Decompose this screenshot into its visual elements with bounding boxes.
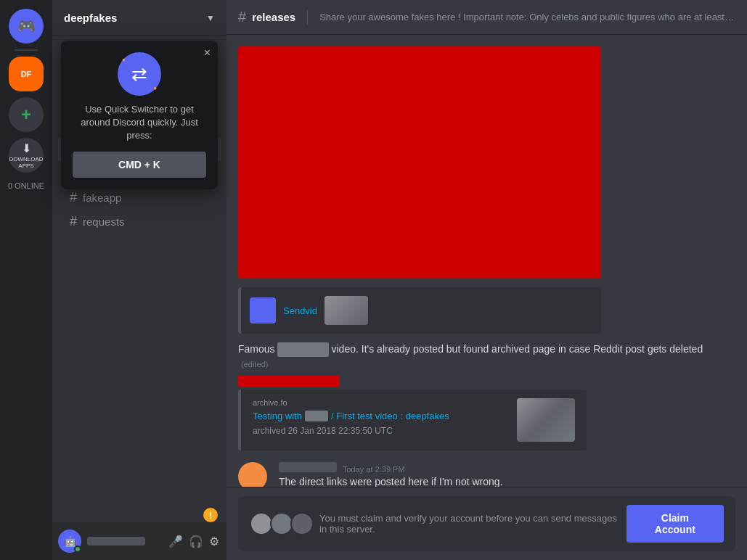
bottom-bar: You must claim and verify your account b…: [226, 487, 747, 560]
server-divider: [15, 49, 38, 51]
server-header[interactable]: deepfakes ▼: [52, 0, 226, 36]
channel-topic: Share your awesome fakes here ! Importan…: [319, 12, 735, 22]
sendvid-site-name: Sendvid: [283, 305, 317, 316]
channel-header: # releases Share your awesome fakes here…: [226, 0, 747, 35]
message-author: [279, 462, 337, 472]
hash-icon: #: [70, 214, 77, 229]
message-group-2: Today at 2:39 PM The direct links were p…: [238, 462, 735, 487]
server-icon-home[interactable]: 🎮: [9, 9, 44, 44]
claim-account-button[interactable]: Claim Account: [626, 505, 724, 543]
channel-name: requests: [83, 215, 125, 228]
chevron-down-icon: ▼: [206, 13, 215, 23]
sendvid-logo: [250, 297, 276, 324]
channel-sidebar: deepfakes ▼ × ⇄ ● ● Use Quick Switcher t…: [52, 0, 226, 560]
sendvid-thumbnail: [324, 296, 368, 325]
header-divider: [307, 10, 308, 25]
mute-icon[interactable]: 🎤: [167, 533, 184, 550]
server-name: deepfakes: [64, 12, 117, 24]
user-controls: 🎤 🎧 ⚙: [167, 533, 221, 550]
bottom-avatars: [250, 512, 314, 535]
message-time: Today at 2:39 PM: [343, 465, 405, 474]
channel-header-hash: #: [238, 9, 246, 25]
edited-label: (edited): [241, 360, 268, 368]
deafen-icon[interactable]: 🎧: [187, 533, 205, 550]
status-dot: [74, 545, 81, 553]
image-embed: [238, 46, 601, 279]
embed-title: Testing with / First test video : deepfa…: [253, 410, 449, 423]
quick-switcher-icon-area: ⇄ ● ●: [73, 52, 206, 96]
sendvid-embed: Sendvid: [238, 287, 601, 334]
server-icon-deepfakes[interactable]: DF: [9, 57, 44, 91]
claim-area: You must claim and verify your account b…: [238, 496, 735, 551]
archive-embed: archive.fo Testing with / First test vid…: [238, 390, 587, 450]
archive-thumb-inner: [517, 398, 575, 442]
message-body: Today at 2:39 PM The direct links were p…: [279, 462, 502, 487]
message-line-1: The direct links were posted here if I'm…: [279, 475, 502, 487]
server-sidebar: 🎮 DF + ⬇ DOWNLOAD APPS 0 ONLINE: [0, 0, 52, 560]
dot-top-left: ●: [122, 57, 126, 63]
dot-bottom-right: ●: [153, 85, 157, 91]
message-link-blurred: [238, 375, 340, 387]
blurred-name: [name]: [277, 342, 328, 357]
message-group-1: Sendvid Famous [name] video. It's alread…: [238, 46, 735, 450]
channel-name: fakeapp: [83, 192, 121, 204]
close-button[interactable]: ×: [204, 46, 211, 59]
hash-icon: #: [70, 190, 77, 205]
blurred-title: [305, 411, 329, 421]
channel-item-requests[interactable]: # requests: [58, 210, 221, 234]
online-count: 0 ONLINE: [8, 178, 44, 192]
avatar: 🤖: [58, 530, 81, 553]
download-label: DOWNLOAD APPS: [9, 157, 44, 170]
user-area: 🤖 🎤 🎧 ⚙: [52, 522, 226, 560]
warning-badge: !: [203, 508, 218, 522]
embed-site: archive.fo: [253, 398, 449, 407]
shortcut-button[interactable]: CMD + K: [73, 152, 206, 178]
username: [87, 537, 145, 545]
settings-icon[interactable]: ⚙: [208, 533, 221, 550]
bottom-avatars-row: You must claim and verify your account b…: [250, 512, 626, 535]
quick-switcher-popup: × ⇄ ● ● Use Quick Switcher to get around…: [61, 41, 218, 189]
message-meta: Today at 2:39 PM: [279, 462, 502, 474]
quick-switcher-description: Use Quick Switcher to get around Discord…: [73, 103, 206, 143]
quick-switcher-icon: ⇄ ● ●: [118, 52, 161, 96]
messages-area: Sendvid Famous [name] video. It's alread…: [226, 35, 747, 487]
message-text-1: Famous [name] video. It's already posted…: [238, 342, 735, 371]
claim-notice: You must claim and verify your account b…: [319, 513, 626, 535]
embed-desc: archived 26 Jan 2018 22:35:50 UTC: [253, 426, 449, 436]
main-content: # releases Share your awesome fakes here…: [226, 0, 747, 560]
channel-header-name: releases: [252, 11, 295, 23]
add-server-button[interactable]: +: [9, 97, 44, 132]
embed-thumbnail: [517, 398, 575, 442]
embed-content: archive.fo Testing with / First test vid…: [253, 398, 449, 436]
channel-item-fakeapp[interactable]: # fakeapp: [58, 186, 221, 210]
message-avatar: [238, 462, 267, 487]
user-info: [87, 537, 161, 545]
avatar-icon: 🤖: [64, 535, 76, 547]
bottom-avatar-3: [290, 512, 314, 535]
download-apps-button[interactable]: ⬇ DOWNLOAD APPS: [9, 138, 44, 173]
